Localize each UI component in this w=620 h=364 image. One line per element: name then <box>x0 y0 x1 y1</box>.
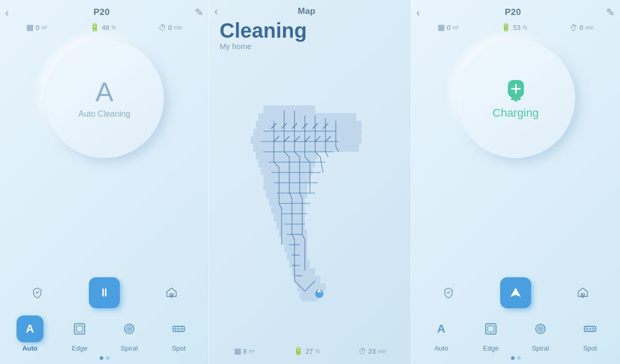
svg-rect-41 <box>302 296 318 302</box>
left-time-value: 0 <box>168 24 172 31</box>
left-stat-time: ⏱ 0 min <box>159 23 182 32</box>
right-auto-icon-wrap: A <box>428 315 455 342</box>
right-battery-unit: % <box>523 25 528 30</box>
map-panel: ‹ Map Cleaning My home <box>209 0 411 364</box>
right-header: ‹ P20 ✎ <box>416 6 615 19</box>
map-battery-unit: % <box>315 349 320 354</box>
map-time-unit: min <box>378 349 386 354</box>
right-battery-value: 53 <box>513 24 520 31</box>
map-stat-battery: 🔋 27 % <box>293 346 319 356</box>
left-circle-letter: A <box>96 78 114 105</box>
map-back-button[interactable]: ‹ <box>214 5 218 17</box>
left-area-unit: m² <box>41 25 48 30</box>
svg-point-0 <box>171 295 173 297</box>
right-spiral-icon-wrap <box>527 315 554 342</box>
map-title: Map <box>298 6 315 17</box>
right-spot-label: Spot <box>583 344 597 352</box>
right-go-button[interactable] <box>500 277 531 308</box>
left-control-row: ⏸ <box>5 277 204 308</box>
svg-point-67 <box>538 326 543 331</box>
map-container <box>214 54 406 342</box>
left-stat-battery: 🔋 48 % <box>90 23 116 32</box>
svg-rect-35 <box>287 252 307 260</box>
svg-rect-34 <box>284 245 307 252</box>
right-time-unit: min <box>585 25 594 30</box>
svg-rect-25 <box>264 175 310 183</box>
right-mode-auto[interactable]: A Auto <box>426 315 457 352</box>
svg-rect-38 <box>295 276 320 283</box>
svg-point-63 <box>582 295 584 297</box>
right-dot-2 <box>517 356 521 360</box>
right-time-value: 0 <box>580 24 583 31</box>
right-battery-icon: 🔋 <box>501 23 511 32</box>
left-dock-button[interactable] <box>160 281 183 305</box>
svg-marker-62 <box>510 288 521 297</box>
left-auto-label: Auto <box>22 344 38 352</box>
right-edge-label: Edge <box>483 344 499 352</box>
left-battery-value: 48 <box>102 24 109 31</box>
right-controls-area: A Auto Edge <box>416 277 615 360</box>
right-dock-button[interactable] <box>571 281 595 305</box>
map-time-icon: ⏱ <box>359 347 366 356</box>
svg-rect-29 <box>271 206 305 214</box>
left-battery-unit: % <box>112 25 116 30</box>
svg-rect-18 <box>310 113 357 121</box>
left-title: P20 <box>94 7 110 18</box>
time-icon: ⏱ <box>159 23 166 32</box>
map-stats-row: ▦ 8 m² 🔋 27 % ⏱ 23 min <box>214 342 406 360</box>
map-battery-value: 27 <box>305 347 313 355</box>
right-edge-icon-wrap <box>477 315 504 342</box>
battery-icon: 🔋 <box>90 23 100 32</box>
spiral-icon-wrap <box>116 315 143 342</box>
left-shield-button[interactable] <box>25 281 49 305</box>
right-stat-time: ⏱ 0 min <box>570 23 594 32</box>
right-spot-icon-wrap <box>577 315 603 342</box>
right-charging-label: Charging <box>492 106 538 120</box>
svg-rect-19 <box>313 121 362 129</box>
svg-rect-21 <box>307 136 362 144</box>
left-panel: ‹ P20 ✎ ▦ 0 m² 🔋 48 % ⏱ 0 min A Auto Cle… <box>0 0 209 364</box>
dot-1 <box>100 356 103 360</box>
right-dots <box>511 356 521 360</box>
svg-rect-26 <box>264 183 307 191</box>
right-control-row <box>416 277 615 308</box>
left-mode-auto[interactable]: A Auto <box>14 315 45 352</box>
svg-rect-37 <box>292 268 315 276</box>
right-circle-button[interactable]: Charging <box>456 39 575 158</box>
right-area-unit: m² <box>453 25 459 30</box>
right-auto-label: Auto <box>435 344 448 352</box>
left-pause-button[interactable]: ⏸ <box>89 277 120 308</box>
right-edit-icon[interactable]: ✎ <box>606 6 615 19</box>
left-mode-spiral[interactable]: Spiral <box>114 315 145 352</box>
map-header: ‹ Map <box>214 5 406 17</box>
right-mode-spot[interactable]: Spot <box>575 315 606 352</box>
right-mode-tabs: A Auto Edge <box>416 315 615 352</box>
left-mode-tabs: A Auto Edge <box>5 315 204 352</box>
right-dot-1 <box>511 356 515 360</box>
svg-rect-24 <box>261 167 313 175</box>
left-edge-label: Edge <box>72 344 87 352</box>
cleaning-title: Cleaning <box>220 19 307 42</box>
right-area-icon: ▦ <box>438 23 445 32</box>
right-mode-edge[interactable]: Edge <box>475 315 506 352</box>
svg-rect-12 <box>258 113 318 121</box>
left-back-button[interactable]: ‹ <box>5 7 9 19</box>
map-stat-time: ⏱ 23 min <box>359 347 386 356</box>
right-back-button[interactable]: ‹ <box>416 7 420 19</box>
svg-rect-17 <box>256 152 318 160</box>
svg-rect-30 <box>274 214 305 221</box>
svg-rect-59 <box>511 98 521 100</box>
auto-icon-wrap: A <box>17 315 43 342</box>
right-title: P20 <box>505 7 521 18</box>
map-area-unit: m² <box>249 349 255 354</box>
left-mode-edge[interactable]: Edge <box>64 315 95 352</box>
right-auto-letter: A <box>437 322 445 336</box>
left-circle-button[interactable]: A Auto Cleaning <box>45 39 164 158</box>
map-time-value: 23 <box>368 347 376 355</box>
right-shield-button[interactable] <box>437 281 460 305</box>
edge-icon-wrap <box>66 315 93 342</box>
left-edit-icon[interactable]: ✎ <box>195 6 204 19</box>
left-mode-spot[interactable]: Spot <box>163 315 194 352</box>
right-mode-spiral[interactable]: Spiral <box>525 315 556 352</box>
dot-2 <box>106 356 110 360</box>
